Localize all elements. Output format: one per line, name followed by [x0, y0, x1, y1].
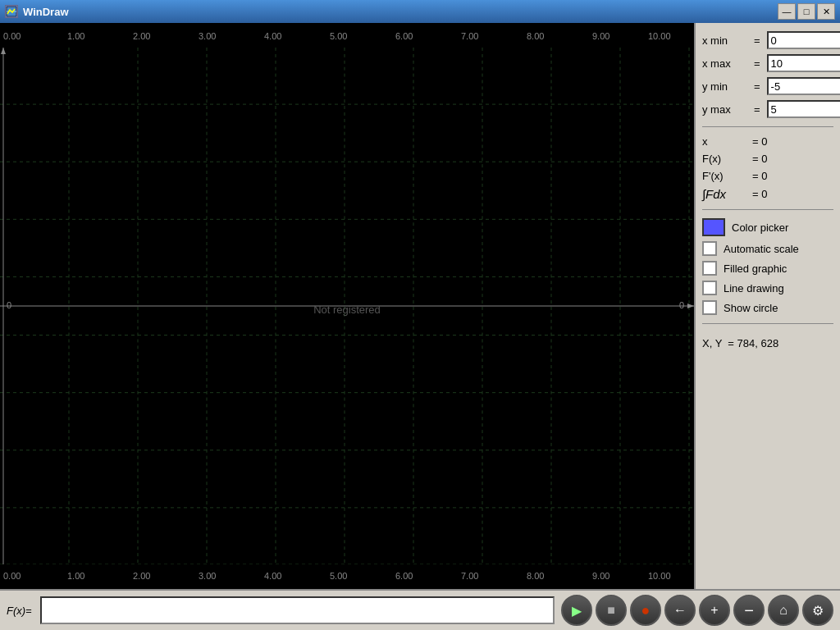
ymax-input[interactable] [767, 100, 840, 118]
xy-label: X, Y [702, 337, 722, 349]
ymax-row: y max = [702, 100, 833, 118]
svg-text:8.00: 8.00 [527, 31, 544, 41]
top-labels-svg: 0.00 1.00 2.00 3.00 4.00 5.00 6.00 7.00 … [0, 23, 694, 48]
svg-text:3.00: 3.00 [199, 571, 216, 581]
xmin-label: x min [702, 34, 747, 47]
int-label: ∫Fdx [702, 187, 747, 201]
function-input[interactable] [40, 596, 555, 624]
stop-button[interactable]: ■ [596, 595, 627, 626]
xmax-row: x max = [702, 54, 833, 72]
canvas-container[interactable]: 0.00 1.00 2.00 3.00 4.00 5.00 6.00 7.00 … [0, 23, 694, 589]
filled-graphic-label: Filled graphic [724, 262, 787, 275]
svg-text:0: 0 [7, 300, 11, 310]
ymin-label: y min [702, 80, 747, 93]
function-label: F(x)= [7, 605, 32, 617]
minimize-button[interactable]: — [778, 3, 796, 20]
svg-text:9.00: 9.00 [592, 31, 609, 41]
line-drawing-checkbox[interactable] [702, 281, 717, 295]
divider-1 [702, 126, 833, 127]
automatic-scale-checkbox[interactable] [702, 241, 717, 256]
svg-text:5.00: 5.00 [330, 571, 347, 581]
svg-text:1.00: 1.00 [67, 571, 84, 581]
divider-2 [702, 209, 833, 210]
ymin-row: y min = [702, 77, 833, 95]
graph-svg: Not registered 0 0 [0, 48, 694, 564]
home-button[interactable]: ⌂ [768, 595, 799, 626]
xmax-label: x max [702, 57, 747, 70]
svg-text:6.00: 6.00 [395, 31, 413, 41]
window-title: WinDraw [23, 6, 69, 18]
svg-text:Not registered: Not registered [313, 304, 381, 316]
title-bar-buttons: — □ ✕ [778, 3, 835, 20]
svg-text:1.00: 1.00 [67, 31, 84, 41]
color-picker-row: Color picker [702, 218, 833, 236]
play-button[interactable]: ▶ [561, 595, 592, 626]
svg-text:3.00: 3.00 [199, 31, 216, 41]
bottom-labels-svg: 0.00 1.00 2.00 3.00 4.00 5.00 6.00 7.00 … [0, 564, 694, 589]
bottom-bar: F(x)= ▶ ■ ● ← + − ⌂ ⚙ [0, 589, 840, 630]
minus-button[interactable]: − [733, 595, 765, 626]
ymin-input[interactable] [767, 77, 840, 95]
svg-text:10.00: 10.00 [648, 31, 671, 41]
color-picker-label: Color picker [732, 221, 788, 234]
show-circle-row: Show circle [702, 300, 833, 315]
color-picker-button[interactable] [702, 218, 725, 236]
show-circle-label: Show circle [724, 302, 778, 314]
back-button[interactable]: ← [664, 595, 696, 626]
plus-button[interactable]: + [699, 595, 730, 626]
svg-text:2.00: 2.00 [133, 31, 150, 41]
app-icon [5, 5, 18, 18]
x-label: x [702, 135, 747, 148]
fpx-value: = 0 [752, 170, 767, 182]
x-value-row: x = 0 [702, 135, 833, 148]
line-drawing-row: Line drawing [702, 281, 833, 295]
fx-value: = 0 [752, 153, 767, 165]
svg-text:7.00: 7.00 [461, 31, 478, 41]
fpx-label: F'(x) [702, 170, 747, 182]
maximize-button[interactable]: □ [797, 3, 815, 20]
int-value-row: ∫Fdx = 0 [702, 187, 833, 201]
fx-value-row: F(x) = 0 [702, 153, 833, 165]
automatic-scale-row: Automatic scale [702, 241, 833, 256]
xy-value: = 784, 628 [728, 337, 778, 349]
svg-text:0.00: 0.00 [3, 571, 21, 581]
close-button[interactable]: ✕ [817, 3, 835, 20]
svg-text:7.00: 7.00 [461, 571, 478, 581]
xmin-row: x min = [702, 31, 833, 49]
title-bar: WinDraw — □ ✕ [0, 0, 840, 23]
ymax-label: y max [702, 103, 747, 116]
top-axis-labels: 0.00 1.00 2.00 3.00 4.00 5.00 6.00 7.00 … [0, 23, 694, 48]
bottom-buttons: ▶ ■ ● ← + − ⌂ ⚙ [561, 595, 833, 626]
svg-text:4.00: 4.00 [264, 31, 281, 41]
show-circle-checkbox[interactable] [702, 300, 717, 315]
xmax-input[interactable] [767, 54, 840, 72]
svg-text:8.00: 8.00 [527, 571, 544, 581]
xmin-input[interactable] [767, 31, 840, 49]
svg-text:4.00: 4.00 [264, 571, 281, 581]
int-value: = 0 [752, 188, 767, 200]
svg-text:0: 0 [679, 300, 684, 310]
svg-text:5.00: 5.00 [330, 31, 347, 41]
filled-graphic-checkbox[interactable] [702, 261, 717, 276]
canvas-inner[interactable]: Not registered 0 0 [0, 48, 694, 564]
xy-display: X, Y = 784, 628 [702, 337, 833, 349]
svg-text:9.00: 9.00 [592, 571, 609, 581]
fx-label: F(x) [702, 153, 747, 165]
svg-text:0.00: 0.00 [3, 31, 21, 41]
svg-text:2.00: 2.00 [133, 571, 150, 581]
svg-text:10.00: 10.00 [648, 571, 671, 581]
automatic-scale-label: Automatic scale [724, 243, 799, 255]
bottom-axis-labels: 0.00 1.00 2.00 3.00 4.00 5.00 6.00 7.00 … [0, 564, 694, 589]
filled-graphic-row: Filled graphic [702, 261, 833, 276]
fpx-value-row: F'(x) = 0 [702, 170, 833, 182]
title-bar-left: WinDraw [5, 5, 69, 18]
line-drawing-label: Line drawing [724, 282, 784, 294]
x-value: = 0 [752, 135, 767, 148]
main-area: 0.00 1.00 2.00 3.00 4.00 5.00 6.00 7.00 … [0, 23, 840, 589]
settings-button[interactable]: ⚙ [802, 595, 833, 626]
svg-text:6.00: 6.00 [395, 571, 413, 581]
record-button[interactable]: ● [630, 595, 661, 626]
divider-3 [702, 323, 833, 324]
sidebar: x min = x max = y min = y max = x = 0 [694, 23, 840, 589]
